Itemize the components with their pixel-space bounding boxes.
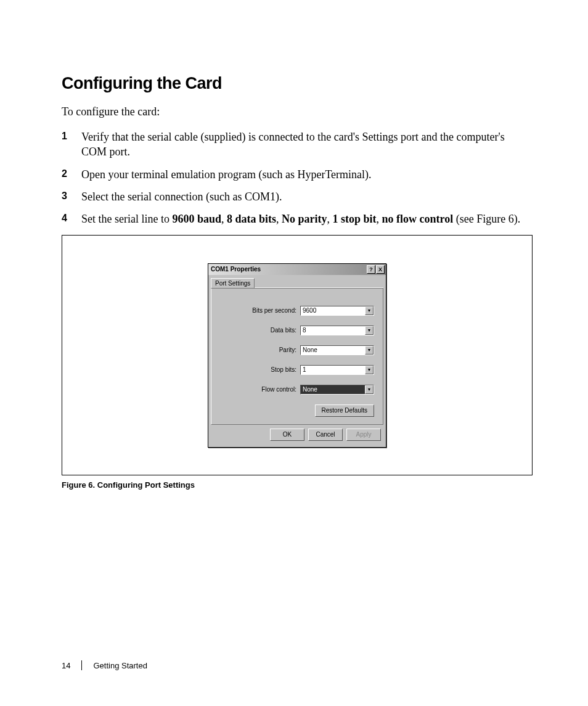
steps-list: 1 Verify that the serial cable (supplied… [62, 129, 533, 226]
step4-prefix: Set the serial line to [81, 213, 172, 225]
stop-bits-select[interactable]: 1 ▼ [300, 365, 374, 375]
stop-bits-label: Stop bits: [271, 366, 296, 373]
section-heading: Configuring the Card [62, 74, 533, 93]
parity-label: Parity: [279, 347, 296, 353]
figure-caption: Figure 6. Configuring Port Settings [62, 480, 533, 490]
stop-bits-value: 1 [303, 366, 306, 373]
step4-bold: No parity [282, 213, 327, 225]
step-text: Select the serial connection (such as CO… [81, 189, 533, 204]
step-number: 1 [62, 129, 81, 143]
bits-per-second-label: Bits per second: [252, 307, 296, 314]
page-number: 14 [62, 661, 70, 670]
chevron-down-icon: ▼ [365, 346, 374, 355]
flow-control-value: None [303, 386, 317, 393]
ok-button[interactable]: OK [270, 429, 304, 441]
section-name: Getting Started [93, 661, 147, 670]
figure-container: COM1 Properties ? X Port Settings Bits p… [62, 235, 533, 475]
chevron-down-icon: ▼ [365, 385, 374, 394]
step-item: 3 Select the serial connection (such as … [62, 189, 533, 204]
data-bits-label: Data bits: [271, 327, 296, 334]
step4-bold: 1 stop bit [333, 213, 377, 225]
port-settings-panel: Bits per second: 9600 ▼ Data bits: 8 ▼ [211, 288, 383, 425]
step4-bold: no flow control [382, 213, 454, 225]
chevron-down-icon: ▼ [365, 326, 374, 335]
apply-button[interactable]: Apply [346, 429, 381, 441]
help-icon[interactable]: ? [367, 265, 375, 274]
step4-bold: 9600 baud [172, 213, 221, 225]
dialog-title: COM1 Properties [211, 266, 261, 273]
flow-control-select[interactable]: None ▼ [300, 385, 374, 395]
parity-value: None [303, 347, 317, 353]
flow-control-label: Flow control: [261, 386, 296, 393]
tab-port-settings[interactable]: Port Settings [211, 278, 255, 288]
close-icon[interactable]: X [376, 265, 385, 274]
step-number: 2 [62, 167, 81, 181]
bits-per-second-select[interactable]: 9600 ▼ [300, 306, 374, 316]
step-text: Verify that the serial cable (supplied) … [81, 129, 533, 160]
parity-select[interactable]: None ▼ [300, 345, 374, 355]
step-number: 4 [62, 211, 81, 225]
chevron-down-icon: ▼ [365, 306, 374, 315]
bits-per-second-value: 9600 [303, 307, 316, 314]
restore-defaults-button[interactable]: Restore Defaults [315, 404, 374, 417]
com1-properties-dialog: COM1 Properties ? X Port Settings Bits p… [208, 263, 386, 448]
cancel-button[interactable]: Cancel [308, 429, 343, 441]
step-text: Open your terminal emulation program (su… [81, 167, 533, 182]
step-text: Set the serial line to 9600 baud, 8 data… [81, 211, 533, 226]
data-bits-select[interactable]: 8 ▼ [300, 326, 374, 335]
chevron-down-icon: ▼ [365, 366, 374, 374]
step4-bold: 8 data bits [227, 213, 276, 225]
step4-suffix: (see Figure 6). [453, 213, 520, 225]
page-footer: 14 Getting Started [62, 660, 147, 670]
intro-text: To configure the card: [62, 105, 533, 118]
step-item: 1 Verify that the serial cable (supplied… [62, 129, 533, 160]
step-number: 3 [62, 189, 81, 203]
data-bits-value: 8 [303, 327, 306, 334]
footer-divider [81, 660, 82, 670]
step-item: 4 Set the serial line to 9600 baud, 8 da… [62, 211, 533, 226]
dialog-titlebar: COM1 Properties ? X [208, 264, 386, 275]
step-item: 2 Open your terminal emulation program (… [62, 167, 533, 182]
